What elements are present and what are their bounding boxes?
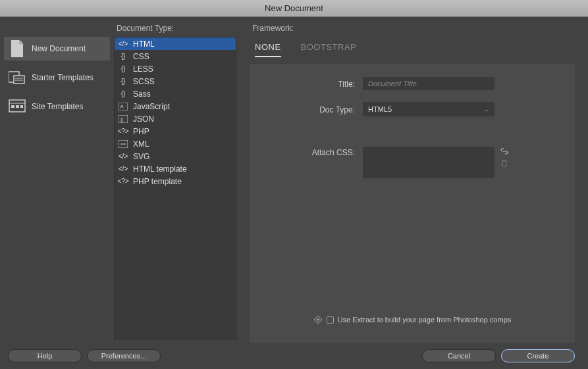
code-icon: </> <box>117 152 129 161</box>
doctype-item-label: JavaScript <box>133 102 170 111</box>
document-icon <box>8 39 26 58</box>
doctype-list: </> HTML {} CSS {} LESS {} SCSS {} Sass <box>114 37 236 339</box>
code-icon: </> <box>117 164 129 174</box>
starter-templates-icon <box>8 68 26 87</box>
link-css-icon[interactable] <box>500 147 509 156</box>
title-label: Title: <box>269 78 355 89</box>
window-titlebar: New Document <box>0 0 588 17</box>
tab-none[interactable]: NONE <box>255 42 281 57</box>
doctype-item-sass[interactable]: {} Sass <box>115 87 236 100</box>
title-input[interactable] <box>363 77 494 90</box>
php-icon: <?> <box>117 177 129 186</box>
doctype-item-javascript[interactable]: JavaScript <box>115 100 236 112</box>
doctype-column: Document Type: </> HTML {} CSS {} LESS {… <box>114 17 236 343</box>
doctype-item-label: LESS <box>133 64 153 74</box>
js-icon <box>117 102 129 111</box>
trash-icon[interactable] <box>500 159 509 168</box>
braces-icon: {} <box>117 89 129 99</box>
doctype-item-scss[interactable]: {} SCSS <box>115 75 236 87</box>
cancel-button[interactable]: Cancel <box>422 349 496 362</box>
doctype-header: Document Type: <box>114 24 236 37</box>
json-icon: {} <box>117 114 129 124</box>
doctype-item-css[interactable]: {} CSS <box>115 50 236 62</box>
doctype-select[interactable]: HTML5 ⌄ <box>363 102 494 116</box>
doctype-item-label: SVG <box>133 152 149 161</box>
help-button[interactable]: Help <box>8 349 82 362</box>
category-sidebar: New Document Starter Templates Site Temp… <box>0 17 114 343</box>
sidebar-item-new-document[interactable]: New Document <box>4 37 110 61</box>
chevron-down-icon: ⌄ <box>484 106 489 112</box>
doctype-item-label: HTML template <box>133 164 187 174</box>
doctype-item-html[interactable]: </> HTML <box>115 37 236 50</box>
doctype-item-label: SCSS <box>133 77 155 86</box>
framework-header: Framework: <box>250 24 575 37</box>
framework-tabs: NONE BOOTSTRAP <box>255 42 575 57</box>
svg-rect-9 <box>119 103 128 111</box>
doctype-item-svg[interactable]: </> SVG <box>115 150 236 162</box>
svg-rect-6 <box>11 105 14 108</box>
dialog-footer: Help Preferences... Cancel Create <box>0 343 588 369</box>
extract-checkbox[interactable] <box>327 316 334 324</box>
window-title: New Document <box>265 3 323 13</box>
sidebar-item-site-templates[interactable]: Site Templates <box>4 95 110 118</box>
extract-label: Use Extract to build your page from Phot… <box>338 316 512 324</box>
attach-css-label: Attach CSS: <box>269 147 355 157</box>
sidebar-item-label: Site Templates <box>32 102 84 111</box>
doctype-item-label: CSS <box>133 52 149 61</box>
attach-css-list[interactable] <box>363 147 494 178</box>
create-button[interactable]: Create <box>501 349 575 362</box>
sidebar-item-label: New Document <box>32 44 86 53</box>
doctype-item-xml[interactable]: XML <box>115 137 236 150</box>
svg-text:{}: {} <box>120 117 124 122</box>
php-icon: <?> <box>117 127 129 136</box>
doctype-item-label: JSON <box>133 114 154 124</box>
preferences-button[interactable]: Preferences... <box>87 349 161 362</box>
form-panel: Title: Doc Type: HTML5 ⌄ Attach CSS: <box>250 64 575 343</box>
tab-bootstrap[interactable]: BOOTSTRAP <box>301 42 357 57</box>
extract-icon <box>313 315 323 324</box>
doctype-item-label: HTML <box>133 39 155 49</box>
sidebar-item-starter-templates[interactable]: Starter Templates <box>4 66 110 89</box>
doctype-label: Doc Type: <box>269 104 355 114</box>
site-templates-icon <box>8 97 26 116</box>
doctype-item-json[interactable]: {} JSON <box>115 112 236 125</box>
braces-icon: {} <box>117 52 129 61</box>
doctype-select-value: HTML5 <box>368 105 392 113</box>
doctype-item-label: Sass <box>133 89 151 99</box>
braces-icon: {} <box>117 64 129 74</box>
svg-rect-7 <box>16 105 19 108</box>
code-icon: </> <box>117 39 129 49</box>
svg-rect-8 <box>20 105 23 108</box>
svg-rect-1 <box>14 76 24 84</box>
doctype-item-label: PHP template <box>133 177 182 186</box>
doctype-item-less[interactable]: {} LESS <box>115 62 236 75</box>
doctype-item-label: XML <box>133 139 149 149</box>
doctype-item-php[interactable]: <?> PHP <box>115 125 236 137</box>
sidebar-item-label: Starter Templates <box>32 73 94 82</box>
doctype-item-php-template[interactable]: <?> PHP template <box>115 175 236 187</box>
doctype-item-html-template[interactable]: </> HTML template <box>115 162 236 175</box>
braces-icon: {} <box>117 77 129 86</box>
extract-row: Use Extract to build your page from Phot… <box>269 315 555 336</box>
doctype-item-label: PHP <box>133 127 149 136</box>
framework-column: Framework: NONE BOOTSTRAP Title: Doc Typ… <box>236 17 588 343</box>
xml-icon <box>117 139 129 149</box>
